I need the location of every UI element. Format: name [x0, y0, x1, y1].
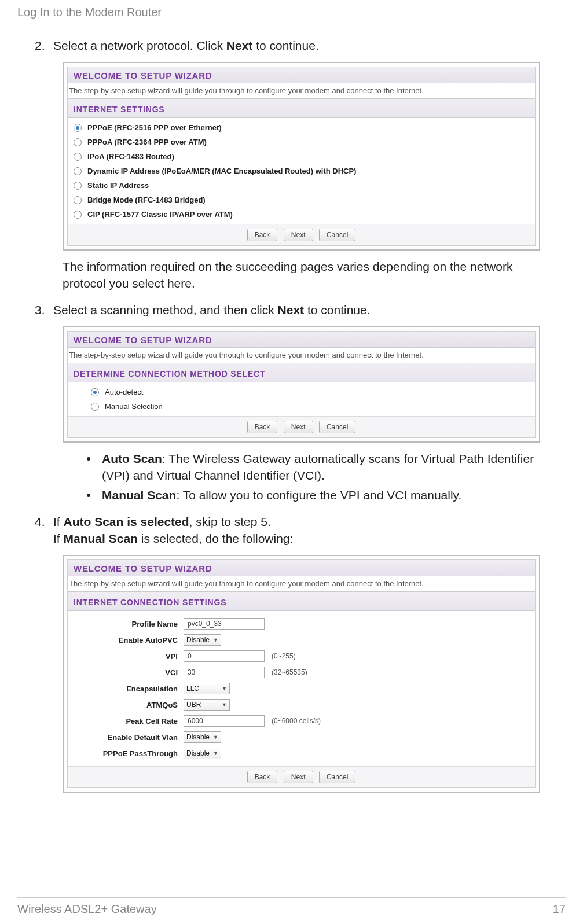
wizard-subtitle: The step-by-step setup wizard will guide…: [68, 83, 535, 99]
radio-icon: [74, 196, 82, 204]
radio-icon: [74, 167, 82, 175]
wizard-title: WELCOME TO SETUP WIZARD: [68, 332, 535, 348]
radio-icon: [91, 403, 99, 411]
option-pppoe[interactable]: PPPoE (RFC-2516 PPP over Ethernet): [68, 120, 535, 135]
radio-icon: [74, 211, 82, 219]
next-button[interactable]: Next: [284, 229, 313, 241]
step-2-number: 2.: [35, 38, 53, 54]
next-button[interactable]: Next: [284, 421, 313, 433]
back-button[interactable]: Back: [247, 771, 278, 783]
section-internet-settings: INTERNET SETTINGS: [68, 99, 535, 118]
chevron-down-icon: ▼: [213, 750, 218, 756]
option-dynamic-ip[interactable]: Dynamic IP Address (IPoEoA/MER (MAC Enca…: [68, 164, 535, 178]
wizard-title: WELCOME TO SETUP WIZARD: [68, 67, 535, 83]
step-2-text: Select a network protocol. Click Next to…: [53, 38, 548, 54]
cancel-button[interactable]: Cancel: [319, 771, 355, 783]
connection-form: Profile Name pvc0_0_33 Enable AutoPVC Di…: [68, 611, 535, 766]
option-pppoa[interactable]: PPPoA (RFC-2364 PPP over ATM): [68, 135, 535, 149]
option-manual-selection[interactable]: Manual Selection: [68, 399, 535, 414]
step-2: 2. Select a network protocol. Click Next…: [35, 38, 548, 54]
row-peak-cell-rate: Peak Cell Rate 6000 (0~6000 cells/s): [68, 713, 535, 729]
chevron-down-icon: ▼: [213, 637, 218, 643]
input-peak-cell-rate[interactable]: 6000: [184, 715, 265, 727]
step-3-number: 3.: [35, 302, 53, 318]
step-3-text: Select a scanning method, and then click…: [53, 302, 548, 318]
radio-icon: [74, 182, 82, 190]
row-vpi: VPI 0 (0~255): [68, 648, 535, 664]
chevron-down-icon: ▼: [222, 686, 227, 691]
select-default-vlan[interactable]: Disable▼: [184, 731, 221, 743]
button-row: Back Next Cancel: [68, 416, 535, 437]
step-4-number: 4.: [35, 514, 53, 547]
back-button[interactable]: Back: [247, 229, 278, 241]
row-autopvc: Enable AutoPVC Disable▼: [68, 632, 535, 648]
select-pppoe-passthrough[interactable]: Disable▼: [184, 748, 221, 759]
radio-icon: [74, 124, 82, 132]
button-row: Back Next Cancel: [68, 224, 535, 245]
input-vci[interactable]: 33: [184, 667, 265, 678]
step-2-note: The information required on the succeedi…: [63, 259, 548, 292]
row-default-vlan: Enable Default Vlan Disable▼: [68, 729, 535, 745]
screenshot-internet-settings: WELCOME TO SETUP WIZARD The step-by-step…: [63, 62, 540, 251]
page-content: 2. Select a network protocol. Click Next…: [0, 23, 583, 793]
step-4: 4. If Auto Scan is selected, skip to ste…: [35, 514, 548, 547]
option-cip[interactable]: CIP (RFC-1577 Classic IP/ARP over ATM): [68, 207, 535, 222]
section-connection-settings: INTERNET CONNECTION SETTINGS: [68, 592, 535, 611]
input-vpi[interactable]: 0: [184, 650, 265, 662]
row-atmqos: ATMQoS UBR▼: [68, 697, 535, 713]
scan-options: Auto-detect Manual Selection: [68, 382, 535, 416]
page-header: Log In to the Modem Router: [0, 0, 583, 23]
select-atmqos[interactable]: UBR▼: [184, 699, 230, 711]
footer-page-number: 17: [553, 903, 566, 916]
screenshot-connection-settings: WELCOME TO SETUP WIZARD The step-by-step…: [63, 555, 540, 793]
row-encapsulation: Encapsulation LLC▼: [68, 680, 535, 697]
wizard-subtitle: The step-by-step setup wizard will guide…: [68, 348, 535, 363]
radio-icon: [74, 138, 82, 146]
option-static-ip[interactable]: Static IP Address: [68, 178, 535, 193]
step-3: 3. Select a scanning method, and then cl…: [35, 302, 548, 318]
row-profile-name: Profile Name pvc0_0_33: [68, 616, 535, 632]
cancel-button[interactable]: Cancel: [319, 421, 355, 433]
select-encapsulation[interactable]: LLC▼: [184, 683, 230, 694]
scan-bullets: Auto Scan: The Wireless Gateway automati…: [87, 451, 548, 503]
row-vci: VCI 33 (32~65535): [68, 664, 535, 680]
radio-icon: [91, 388, 99, 396]
bullet-icon: [87, 494, 90, 497]
option-auto-detect[interactable]: Auto-detect: [68, 385, 535, 399]
wizard-subtitle: The step-by-step setup wizard will guide…: [68, 576, 535, 592]
select-autopvc[interactable]: Disable▼: [184, 634, 221, 646]
footer-product: Wireless ADSL2+ Gateway: [17, 903, 157, 916]
wizard-title: WELCOME TO SETUP WIZARD: [68, 560, 535, 576]
protocol-options: PPPoE (RFC-2516 PPP over Ethernet) PPPoA…: [68, 118, 535, 224]
row-pppoe-passthrough: PPPoE PassThrough Disable▼: [68, 745, 535, 761]
input-profile-name[interactable]: pvc0_0_33: [184, 618, 265, 630]
option-ipoa[interactable]: IPoA (RFC-1483 Routed): [68, 149, 535, 164]
radio-icon: [74, 153, 82, 161]
bullet-icon: [87, 457, 90, 461]
option-bridge[interactable]: Bridge Mode (RFC-1483 Bridged): [68, 193, 535, 207]
page-footer: Wireless ADSL2+ Gateway 17: [17, 897, 566, 916]
chevron-down-icon: ▼: [222, 702, 227, 708]
screenshot-connection-method: WELCOME TO SETUP WIZARD The step-by-step…: [63, 326, 540, 443]
cancel-button[interactable]: Cancel: [319, 229, 355, 241]
bullet-auto-scan: Auto Scan: The Wireless Gateway automati…: [87, 451, 548, 484]
button-row: Back Next Cancel: [68, 766, 535, 787]
back-button[interactable]: Back: [247, 421, 278, 433]
step-4-text: If Auto Scan is selected, skip to step 5…: [53, 514, 548, 547]
chevron-down-icon: ▼: [213, 734, 218, 740]
bullet-manual-scan: Manual Scan: To allow you to configure t…: [87, 487, 548, 503]
section-connection-method: DETERMINE CONNECTION METHOD SELECT: [68, 363, 535, 382]
page-header-title: Log In to the Modem Router: [17, 6, 162, 19]
next-button[interactable]: Next: [284, 771, 313, 783]
